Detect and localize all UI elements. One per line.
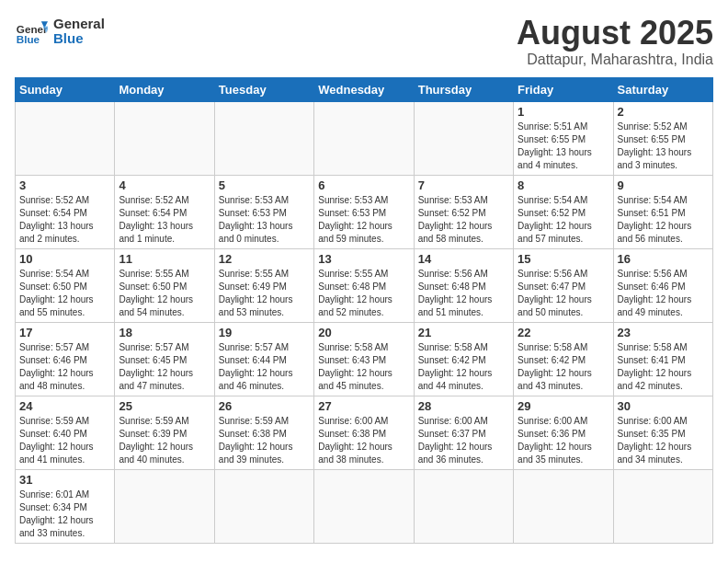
day-number: 13 [318, 252, 409, 266]
day-number: 21 [418, 326, 509, 339]
calendar-cell: 2Sunrise: 5:52 AM Sunset: 6:55 PM Daylig… [613, 101, 712, 175]
day-number: 31 [19, 473, 110, 487]
calendar-cell [214, 469, 313, 543]
day-number: 14 [418, 252, 509, 266]
day-number: 8 [518, 178, 609, 192]
calendar-cell [414, 469, 513, 543]
calendar-cell: 1Sunrise: 5:51 AM Sunset: 6:55 PM Daylig… [514, 101, 613, 175]
calendar-week-row: 3Sunrise: 5:52 AM Sunset: 6:54 PM Daylig… [16, 175, 713, 248]
calendar-cell: 22Sunrise: 5:58 AM Sunset: 6:42 PM Dayli… [514, 322, 613, 396]
day-number: 5 [219, 178, 310, 192]
day-info: Sunrise: 6:01 AM Sunset: 6:34 PM Dayligh… [19, 488, 110, 540]
day-number: 16 [618, 252, 709, 266]
calendar-cell: 5Sunrise: 5:53 AM Sunset: 6:53 PM Daylig… [214, 175, 313, 248]
day-number: 19 [219, 326, 310, 339]
day-number: 28 [418, 399, 509, 413]
day-info: Sunrise: 5:53 AM Sunset: 6:53 PM Dayligh… [219, 194, 310, 246]
calendar-week-row: 10Sunrise: 5:54 AM Sunset: 6:50 PM Dayli… [16, 248, 713, 322]
day-info: Sunrise: 6:00 AM Sunset: 6:38 PM Dayligh… [318, 415, 409, 466]
day-info: Sunrise: 5:58 AM Sunset: 6:42 PM Dayligh… [418, 341, 509, 393]
day-info: Sunrise: 5:54 AM Sunset: 6:52 PM Dayligh… [518, 194, 609, 246]
day-number: 30 [618, 399, 709, 413]
month-title: August 2025 [517, 15, 713, 52]
day-info: Sunrise: 5:56 AM Sunset: 6:48 PM Dayligh… [418, 268, 509, 319]
day-number: 27 [318, 399, 409, 413]
calendar-cell: 19Sunrise: 5:57 AM Sunset: 6:44 PM Dayli… [214, 322, 313, 396]
day-number: 9 [618, 178, 709, 192]
day-info: Sunrise: 5:59 AM Sunset: 6:40 PM Dayligh… [19, 415, 110, 466]
day-number: 2 [618, 105, 709, 119]
col-header-thursday: Thursday [414, 77, 513, 101]
calendar-cell: 4Sunrise: 5:52 AM Sunset: 6:54 PM Daylig… [115, 175, 214, 248]
day-info: Sunrise: 5:57 AM Sunset: 6:44 PM Dayligh… [219, 341, 310, 393]
calendar-header-row: SundayMondayTuesdayWednesdayThursdayFrid… [16, 77, 713, 101]
day-info: Sunrise: 6:00 AM Sunset: 6:37 PM Dayligh… [418, 415, 509, 466]
calendar-cell: 28Sunrise: 6:00 AM Sunset: 6:37 PM Dayli… [414, 396, 513, 469]
calendar-cell: 31Sunrise: 6:01 AM Sunset: 6:34 PM Dayli… [16, 469, 115, 543]
day-info: Sunrise: 5:51 AM Sunset: 6:55 PM Dayligh… [518, 121, 609, 172]
day-number: 18 [119, 326, 210, 339]
day-number: 10 [19, 252, 110, 266]
day-info: Sunrise: 5:53 AM Sunset: 6:52 PM Dayligh… [418, 194, 509, 246]
calendar-cell: 3Sunrise: 5:52 AM Sunset: 6:54 PM Daylig… [16, 175, 115, 248]
calendar-cell: 10Sunrise: 5:54 AM Sunset: 6:50 PM Dayli… [16, 248, 115, 322]
calendar-cell: 15Sunrise: 5:56 AM Sunset: 6:47 PM Dayli… [514, 248, 613, 322]
day-number: 6 [318, 178, 409, 192]
calendar-cell [314, 101, 414, 175]
day-info: Sunrise: 5:58 AM Sunset: 6:42 PM Dayligh… [518, 341, 609, 393]
calendar-cell: 12Sunrise: 5:55 AM Sunset: 6:49 PM Dayli… [214, 248, 313, 322]
calendar-cell: 27Sunrise: 6:00 AM Sunset: 6:38 PM Dayli… [314, 396, 414, 469]
calendar-cell: 20Sunrise: 5:58 AM Sunset: 6:43 PM Dayli… [314, 322, 414, 396]
calendar-cell: 25Sunrise: 5:59 AM Sunset: 6:39 PM Dayli… [115, 396, 214, 469]
calendar-cell: 8Sunrise: 5:54 AM Sunset: 6:52 PM Daylig… [514, 175, 613, 248]
col-header-friday: Friday [514, 77, 613, 101]
day-info: Sunrise: 5:57 AM Sunset: 6:45 PM Dayligh… [119, 341, 210, 393]
calendar-cell: 18Sunrise: 5:57 AM Sunset: 6:45 PM Dayli… [115, 322, 214, 396]
day-info: Sunrise: 5:59 AM Sunset: 6:38 PM Dayligh… [219, 415, 310, 466]
calendar-cell [16, 101, 115, 175]
page-header: General Blue General Blue August 2025 Da… [15, 15, 713, 68]
col-header-wednesday: Wednesday [314, 77, 414, 101]
calendar-cell [115, 101, 214, 175]
day-number: 12 [219, 252, 310, 266]
day-number: 11 [119, 252, 210, 266]
day-number: 4 [119, 178, 210, 192]
day-number: 15 [518, 252, 609, 266]
col-header-tuesday: Tuesday [214, 77, 313, 101]
day-info: Sunrise: 6:00 AM Sunset: 6:36 PM Dayligh… [518, 415, 609, 466]
calendar-cell: 24Sunrise: 5:59 AM Sunset: 6:40 PM Dayli… [16, 396, 115, 469]
calendar-cell [115, 469, 214, 543]
day-info: Sunrise: 6:00 AM Sunset: 6:35 PM Dayligh… [618, 415, 709, 466]
day-number: 24 [19, 399, 110, 413]
calendar-cell [514, 469, 613, 543]
col-header-sunday: Sunday [16, 77, 115, 101]
svg-text:Blue: Blue [17, 33, 40, 45]
title-block: August 2025 Dattapur, Maharashtra, India [517, 15, 713, 68]
calendar-week-row: 24Sunrise: 5:59 AM Sunset: 6:40 PM Dayli… [16, 396, 713, 469]
location-title: Dattapur, Maharashtra, India [517, 52, 713, 68]
day-info: Sunrise: 5:53 AM Sunset: 6:53 PM Dayligh… [318, 194, 409, 246]
day-info: Sunrise: 5:58 AM Sunset: 6:41 PM Dayligh… [618, 341, 709, 393]
calendar-cell: 21Sunrise: 5:58 AM Sunset: 6:42 PM Dayli… [414, 322, 513, 396]
day-info: Sunrise: 5:54 AM Sunset: 6:51 PM Dayligh… [618, 194, 709, 246]
day-info: Sunrise: 5:55 AM Sunset: 6:49 PM Dayligh… [219, 268, 310, 319]
day-info: Sunrise: 5:54 AM Sunset: 6:50 PM Dayligh… [19, 268, 110, 319]
day-number: 17 [19, 326, 110, 339]
day-number: 22 [518, 326, 609, 339]
calendar-cell [613, 469, 712, 543]
calendar-cell [314, 469, 414, 543]
day-number: 20 [318, 326, 409, 339]
calendar-cell: 23Sunrise: 5:58 AM Sunset: 6:41 PM Dayli… [613, 322, 712, 396]
day-number: 3 [19, 178, 110, 192]
calendar-cell [414, 101, 513, 175]
calendar-cell: 29Sunrise: 6:00 AM Sunset: 6:36 PM Dayli… [514, 396, 613, 469]
calendar-table: SundayMondayTuesdayWednesdayThursdayFrid… [15, 77, 713, 544]
day-info: Sunrise: 5:58 AM Sunset: 6:43 PM Dayligh… [318, 341, 409, 393]
day-info: Sunrise: 5:56 AM Sunset: 6:46 PM Dayligh… [618, 268, 709, 319]
logo-general: General [53, 17, 105, 32]
calendar-cell: 6Sunrise: 5:53 AM Sunset: 6:53 PM Daylig… [314, 175, 414, 248]
logo-icon: General Blue [15, 15, 48, 48]
day-info: Sunrise: 5:59 AM Sunset: 6:39 PM Dayligh… [119, 415, 210, 466]
day-info: Sunrise: 5:55 AM Sunset: 6:48 PM Dayligh… [318, 268, 409, 319]
day-info: Sunrise: 5:52 AM Sunset: 6:54 PM Dayligh… [19, 194, 110, 246]
